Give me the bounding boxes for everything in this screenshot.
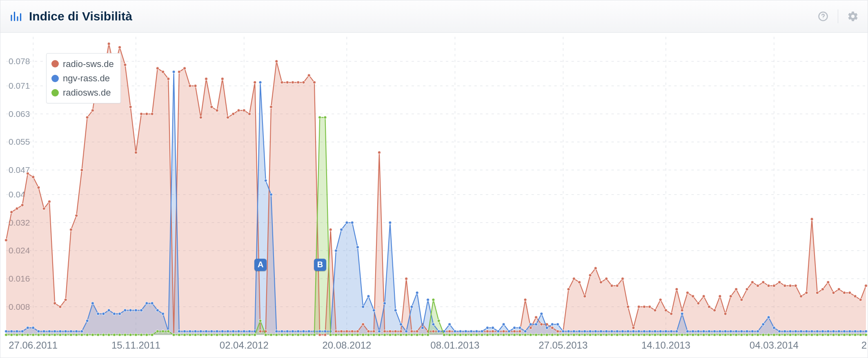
svg-point-60 <box>91 109 94 112</box>
svg-point-499 <box>735 333 738 336</box>
svg-point-211 <box>42 330 45 333</box>
svg-point-126 <box>448 330 451 333</box>
svg-point-355 <box>821 330 824 333</box>
svg-point-230 <box>145 302 148 304</box>
svg-point-506 <box>772 333 775 336</box>
svg-point-339 <box>735 330 738 333</box>
legend-item[interactable]: radiosws.de <box>51 85 114 100</box>
legend-item[interactable]: radio-sws.de <box>51 57 114 71</box>
svg-point-90 <box>254 81 256 84</box>
svg-point-511 <box>799 333 802 336</box>
svg-point-286 <box>448 323 451 326</box>
svg-point-77 <box>183 67 186 69</box>
gear-icon[interactable] <box>847 11 859 22</box>
svg-point-376 <box>69 333 72 336</box>
svg-point-404 <box>221 333 224 336</box>
svg-point-312 <box>589 330 592 333</box>
svg-text:20.08.2012: 20.08.2012 <box>322 340 371 351</box>
svg-point-337 <box>724 330 727 333</box>
svg-point-353 <box>810 330 813 333</box>
svg-point-400 <box>199 333 202 336</box>
svg-point-367 <box>21 333 24 336</box>
svg-point-485 <box>659 333 662 336</box>
svg-point-279 <box>410 305 413 308</box>
svg-point-177 <box>724 312 727 315</box>
svg-point-203 <box>864 284 867 287</box>
svg-point-222 <box>102 312 105 315</box>
legend-item[interactable]: ngv-rass.de <box>51 71 114 85</box>
svg-point-336 <box>719 330 721 333</box>
svg-point-396 <box>178 333 180 336</box>
svg-point-373 <box>53 333 56 336</box>
legend-label: radio-sws.de <box>63 57 114 71</box>
svg-point-391 <box>151 333 154 336</box>
svg-point-190 <box>794 284 797 287</box>
svg-text:27.06.2011: 27.06.2011 <box>9 340 58 351</box>
svg-point-465 <box>551 333 554 336</box>
svg-point-176 <box>719 295 721 298</box>
svg-point-110 <box>362 323 365 326</box>
svg-point-5 <box>823 18 823 19</box>
svg-point-460 <box>524 333 527 336</box>
chart-area[interactable]: 0.0080.0160.0240.0320.040.0470.0550.0630… <box>0 33 868 358</box>
svg-point-500 <box>740 333 743 336</box>
svg-text:04.03.2014: 04.03.2014 <box>750 340 799 351</box>
svg-point-249 <box>248 330 251 333</box>
svg-point-374 <box>59 333 62 336</box>
svg-point-254 <box>275 330 278 333</box>
svg-point-103 <box>324 333 327 336</box>
svg-point-259 <box>302 330 305 333</box>
svg-point-150 <box>578 281 581 284</box>
svg-point-406 <box>232 333 235 336</box>
svg-point-331 <box>692 330 694 333</box>
svg-point-275 <box>389 221 392 224</box>
svg-point-156 <box>610 284 613 287</box>
svg-point-212 <box>48 330 51 333</box>
svg-point-425 <box>334 333 337 336</box>
svg-point-371 <box>42 333 45 336</box>
legend-label: ngv-rass.de <box>63 71 110 85</box>
svg-point-217 <box>75 330 78 333</box>
svg-point-309 <box>572 330 575 333</box>
svg-point-516 <box>827 333 830 336</box>
svg-point-435 <box>389 333 392 336</box>
svg-point-88 <box>243 109 245 112</box>
svg-point-422 <box>318 116 321 119</box>
svg-point-253 <box>269 193 272 196</box>
svg-point-83 <box>216 109 218 112</box>
svg-point-231 <box>151 302 154 304</box>
svg-point-403 <box>216 333 218 336</box>
svg-point-289 <box>464 330 467 333</box>
svg-point-66 <box>124 63 127 66</box>
help-icon[interactable] <box>817 11 829 22</box>
svg-point-330 <box>686 330 689 333</box>
svg-point-268 <box>351 221 354 224</box>
svg-point-205 <box>10 330 13 333</box>
svg-point-214 <box>59 330 62 333</box>
annotation-badge[interactable]: B <box>314 259 326 271</box>
svg-point-276 <box>394 309 397 311</box>
svg-point-293 <box>486 326 489 329</box>
svg-point-329 <box>681 312 683 315</box>
visibility-chart[interactable]: 0.0080.0160.0240.0320.040.0470.0550.0630… <box>0 33 868 358</box>
svg-point-473 <box>594 333 597 336</box>
svg-point-69 <box>140 112 143 115</box>
svg-point-238 <box>189 330 191 333</box>
svg-point-134 <box>491 330 494 333</box>
svg-point-169 <box>681 309 683 311</box>
svg-point-74 <box>167 77 170 80</box>
svg-point-243 <box>216 330 218 333</box>
svg-point-453 <box>486 333 489 336</box>
svg-point-332 <box>697 330 700 333</box>
svg-point-95 <box>280 81 283 84</box>
annotation-badge[interactable]: A <box>254 259 267 271</box>
svg-point-67 <box>129 105 132 108</box>
svg-point-346 <box>772 326 775 329</box>
svg-point-267 <box>345 221 348 224</box>
svg-point-456 <box>502 333 505 336</box>
svg-point-228 <box>134 309 137 311</box>
panel-header: Indice di Visibilità <box>0 0 868 33</box>
chart-legend[interactable]: radio-sws.dengv-rass.deradiosws.de <box>46 53 121 104</box>
svg-point-221 <box>97 312 100 315</box>
svg-point-300 <box>524 330 527 333</box>
